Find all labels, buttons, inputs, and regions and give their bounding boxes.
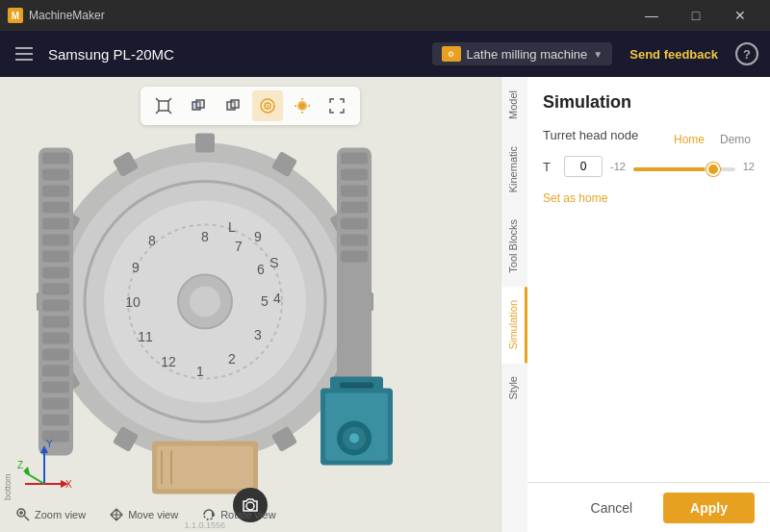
viewport[interactable]: 8 7 6 5 L 9 S 4 3 2 1 12 11 10 9 8: [0, 77, 500, 532]
svg-text:12: 12: [161, 354, 176, 369]
svg-text:9: 9: [132, 260, 140, 275]
machine-type-label: Lathe milling machine: [467, 47, 588, 62]
titlebar: M MachineMaker — □ ✕: [0, 0, 770, 31]
svg-rect-63: [42, 299, 69, 311]
header: Samsung PL-20MC ⚙ Lathe milling machine …: [0, 31, 770, 77]
svg-text:3: 3: [254, 327, 262, 342]
panel: Simulation Turret head node Home Demo T …: [527, 77, 770, 532]
svg-rect-55: [42, 168, 69, 180]
demo-button[interactable]: Demo: [716, 131, 755, 148]
move-control[interactable]: Move view: [109, 507, 178, 522]
svg-text:L: L: [228, 219, 236, 235]
tab-kinematic[interactable]: Kinematic: [501, 133, 527, 206]
svg-rect-57: [42, 201, 69, 213]
hamburger-line: [15, 53, 33, 55]
svg-line-97: [25, 472, 44, 484]
svg-rect-59: [42, 234, 69, 245]
svg-point-84: [349, 433, 359, 443]
svg-rect-75: [341, 185, 368, 196]
svg-text:7: 7: [235, 239, 243, 254]
svg-text:8: 8: [201, 229, 209, 244]
svg-line-2: [168, 98, 171, 101]
svg-rect-19: [195, 133, 215, 152]
svg-text:4: 4: [273, 291, 281, 306]
hamburger-line: [15, 47, 33, 49]
svg-rect-60: [42, 250, 69, 262]
svg-line-102: [25, 517, 30, 521]
machine-type-icon: ⚙: [442, 46, 461, 62]
tab-style[interactable]: Style: [501, 363, 527, 413]
svg-rect-8: [231, 100, 239, 108]
panel-content: Simulation Turret head node Home Demo T …: [527, 77, 770, 482]
set-as-home-button[interactable]: Set as home: [543, 191, 607, 205]
bottom-bar: Cancel Apply: [527, 482, 770, 532]
svg-text:Y: Y: [46, 439, 53, 449]
svg-rect-69: [42, 397, 69, 409]
svg-text:2: 2: [228, 351, 236, 367]
slider-container: [633, 158, 735, 175]
move-label: Move view: [128, 509, 178, 520]
svg-text:5: 5: [261, 293, 269, 309]
window-controls: — □ ✕: [629, 0, 762, 31]
slider-max-label: 12: [743, 161, 755, 172]
minimize-button[interactable]: —: [629, 0, 674, 31]
svg-rect-62: [42, 283, 69, 294]
svg-rect-65: [42, 332, 69, 343]
svg-text:1: 1: [196, 364, 204, 379]
turret-header: Turret head node Home Demo: [543, 128, 755, 150]
svg-text:8: 8: [148, 233, 156, 248]
side-tabs: Model Kinematic Tool Blocks Simulation S…: [500, 77, 527, 532]
svg-text:Z: Z: [17, 460, 23, 470]
zoom-label: Zoom view: [35, 509, 86, 520]
menu-button[interactable]: [12, 43, 37, 64]
svg-line-1: [156, 98, 159, 101]
svg-rect-70: [42, 414, 69, 425]
home-button[interactable]: Home: [670, 131, 708, 148]
slider-row: T -12 12: [543, 156, 755, 177]
view-controls: Zoom view Move view Rotate view: [15, 507, 276, 522]
simulation-slider[interactable]: [633, 167, 735, 171]
machine-name: Samsung PL-20MC: [48, 46, 174, 63]
maximize-button[interactable]: □: [674, 0, 718, 31]
zoom-control[interactable]: Zoom view: [15, 507, 86, 522]
svg-rect-54: [42, 152, 69, 164]
app-icon: M: [8, 8, 23, 23]
svg-rect-77: [341, 217, 368, 229]
svg-text:6: 6: [257, 262, 265, 277]
apply-button[interactable]: Apply: [663, 493, 755, 523]
send-feedback-button[interactable]: Send feedback: [624, 43, 724, 65]
svg-rect-58: [42, 217, 69, 229]
svg-rect-74: [341, 168, 368, 180]
svg-text:X: X: [65, 479, 72, 490]
hamburger-line: [15, 59, 33, 61]
turret-head-node-label: Turret head node: [543, 128, 638, 142]
dropdown-arrow-icon: ▼: [593, 49, 603, 60]
svg-text:11: 11: [138, 329, 153, 344]
rotate-label: Rotate view: [220, 509, 275, 520]
slider-min-label: -12: [610, 161, 626, 172]
cancel-button[interactable]: Cancel: [572, 493, 653, 523]
header-right: ⚙ Lathe milling machine ▼ Send feedback …: [432, 42, 758, 65]
svg-rect-67: [42, 365, 69, 376]
svg-point-52: [190, 286, 220, 317]
svg-rect-86: [340, 382, 373, 388]
svg-rect-6: [196, 100, 204, 108]
t-value-input[interactable]: [564, 156, 603, 177]
tab-simulation[interactable]: Simulation: [501, 287, 527, 363]
close-button[interactable]: ✕: [718, 0, 762, 31]
svg-rect-68: [42, 381, 69, 393]
panel-title: Simulation: [543, 92, 755, 113]
t-label: T: [543, 160, 556, 174]
svg-rect-73: [341, 152, 368, 164]
home-demo-controls: Home Demo: [670, 131, 755, 148]
svg-rect-66: [42, 348, 69, 360]
svg-text:S: S: [270, 255, 278, 270]
tab-tool-blocks[interactable]: Tool Blocks: [501, 206, 527, 287]
svg-text:9: 9: [254, 229, 262, 244]
help-button[interactable]: ?: [735, 42, 758, 65]
machine-type-selector[interactable]: ⚙ Lathe milling machine ▼: [432, 42, 613, 65]
svg-rect-64: [42, 316, 69, 327]
header-left: Samsung PL-20MC: [12, 43, 174, 64]
app-title: MachineMaker: [29, 9, 105, 22]
tab-model[interactable]: Model: [501, 77, 527, 133]
